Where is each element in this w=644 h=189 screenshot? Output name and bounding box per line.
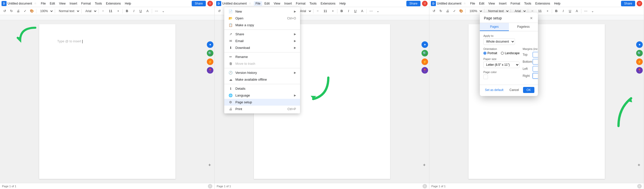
italic-button-3[interactable]: I	[560, 8, 566, 14]
expand-button-3[interactable]: ⌄	[589, 8, 596, 14]
more-button-3[interactable]: ⋯	[583, 8, 589, 14]
share-button-2[interactable]: Share	[406, 1, 420, 6]
menu-extensions-3[interactable]: Extensions	[534, 1, 552, 6]
scroll-indicator-3[interactable]: ≡	[637, 184, 642, 188]
fm-item-rename[interactable]: ✏ Rename	[224, 53, 300, 60]
plus-button-3[interactable]: +	[636, 162, 642, 168]
tab-pages[interactable]: Pages	[480, 23, 509, 31]
apply-to-select[interactable]: Whole document	[483, 38, 515, 45]
spellcheck-button-3[interactable]: ✓	[451, 8, 457, 14]
dialog-close-button[interactable]: ✕	[529, 16, 534, 21]
menu-tools-3[interactable]: Tools	[523, 1, 533, 6]
side-icon-blue-3[interactable]: ✦	[636, 41, 643, 48]
expand-button-1[interactable]: ⌄	[160, 8, 166, 14]
menu-view-2[interactable]: View	[272, 1, 282, 6]
font-size-minus-2[interactable]: −	[315, 8, 321, 14]
zoom-select-1[interactable]: 100%	[38, 8, 54, 14]
scroll-indicator-2[interactable]: ≡	[423, 184, 427, 188]
italic-button-1[interactable]: I	[131, 8, 137, 14]
fm-item-details[interactable]: ℹ Details	[224, 85, 300, 92]
font-size-input-2[interactable]	[321, 9, 329, 13]
undo-button-2[interactable]: ↺	[216, 8, 222, 14]
undo-button-1[interactable]: ↺	[2, 8, 8, 14]
set-default-button[interactable]: Set as default	[483, 87, 505, 93]
landscape-option[interactable]: Landscape	[501, 51, 520, 55]
font-size-plus-2[interactable]: +	[330, 8, 336, 14]
avatar-3[interactable]: U	[637, 1, 642, 6]
side-icon-orange-1[interactable]: ⚡	[207, 58, 213, 65]
avatar-2[interactable]: U	[422, 1, 428, 6]
style-select-1[interactable]: Normal text	[56, 8, 80, 14]
portrait-option[interactable]: Portrait	[483, 51, 497, 55]
menu-format-1[interactable]: Format	[80, 1, 93, 6]
more-button-2[interactable]: ⋯	[368, 8, 374, 14]
doc-title-2[interactable]: Untitled document	[222, 2, 247, 5]
fm-item-open[interactable]: 📂 Open Ctrl+O	[224, 15, 300, 22]
menu-format-2[interactable]: Format	[294, 1, 307, 6]
fm-item-version[interactable]: 🕐 Version history ▶	[224, 69, 300, 76]
fm-item-offline[interactable]: ☁ Make available offline	[224, 76, 300, 83]
menu-file-3[interactable]: File	[468, 1, 477, 6]
cancel-button[interactable]: Cancel	[507, 87, 521, 93]
margin-right-input[interactable]	[533, 73, 538, 79]
scroll-indicator-1[interactable]: ≡	[208, 184, 212, 188]
side-icon-orange-3[interactable]: ⚡	[636, 58, 643, 65]
fm-item-language[interactable]: 🌐 Language ▶	[224, 92, 300, 99]
doc-page-1[interactable]: Type @ to insert	[39, 24, 176, 179]
fm-item-pagesetup[interactable]: ⚙ Page setup	[224, 99, 300, 106]
avatar-1[interactable]: U	[207, 1, 213, 6]
font-select-1[interactable]: Arial	[83, 8, 97, 14]
star-icon-3[interactable]: ☆	[463, 2, 466, 5]
doc-title-1[interactable]: Untitled document	[8, 2, 32, 5]
menu-view-1[interactable]: View	[57, 1, 67, 6]
print-button-3[interactable]: 🖨	[444, 8, 451, 14]
font-size-plus-1[interactable]: +	[115, 8, 121, 14]
spellcheck-button-1[interactable]: ✓	[22, 8, 28, 14]
fm-item-new[interactable]: 📄 New ▶	[224, 8, 300, 15]
side-icon-green-2[interactable]: 🔍	[422, 50, 428, 56]
redo-button-3[interactable]: ↻	[438, 8, 444, 14]
side-icon-purple-3[interactable]: 📍	[636, 67, 643, 74]
star-icon-2[interactable]: ☆	[249, 2, 251, 5]
side-icon-purple-2[interactable]: 📍	[422, 67, 428, 74]
menu-insert-3[interactable]: Insert	[497, 1, 508, 6]
print-button-1[interactable]: 🖨	[15, 8, 21, 14]
side-icon-purple-1[interactable]: 📍	[207, 67, 213, 74]
menu-extensions-1[interactable]: Extensions	[104, 1, 123, 6]
font-color-button-1[interactable]: A	[144, 8, 151, 14]
menu-help-2[interactable]: Help	[338, 1, 348, 6]
fm-item-download[interactable]: ⬇ Download ▶	[224, 44, 300, 51]
plus-button-1[interactable]: +	[207, 162, 212, 168]
underline-button-2[interactable]: U	[352, 8, 358, 14]
fm-item-print[interactable]: 🖨 Print Ctrl+P	[224, 106, 300, 112]
expand-button-2[interactable]: ⌄	[375, 8, 381, 14]
doc-title-3[interactable]: Untitled document	[437, 2, 461, 5]
underline-button-1[interactable]: U	[138, 8, 144, 14]
italic-button-2[interactable]: I	[345, 8, 352, 14]
ok-button[interactable]: OK	[523, 87, 534, 93]
page-color-swatch[interactable]	[483, 75, 488, 79]
menu-insert-2[interactable]: Insert	[283, 1, 294, 6]
menu-tools-2[interactable]: Tools	[308, 1, 318, 6]
menu-file-2[interactable]: File	[254, 1, 262, 6]
portrait-radio[interactable]	[483, 52, 486, 55]
menu-file-1[interactable]: File	[39, 1, 47, 6]
page-setup-dialog[interactable]: Page setup ✕ Pages Pageless Apply to Who…	[480, 13, 538, 96]
font-color-button-2[interactable]: A	[359, 8, 365, 14]
font-size-input-1[interactable]	[107, 9, 114, 13]
font-size-input-3[interactable]	[536, 9, 544, 13]
star-icon-1[interactable]: ☆	[34, 2, 37, 5]
fm-item-share[interactable]: ↗ Share ▶	[224, 31, 300, 38]
more-button-1[interactable]: ⋯	[153, 8, 159, 14]
menu-extensions-2[interactable]: Extensions	[319, 1, 337, 6]
landscape-radio[interactable]	[501, 52, 504, 55]
side-icon-green-1[interactable]: 🔍	[207, 50, 213, 56]
menu-help-1[interactable]: Help	[123, 1, 133, 6]
margin-bottom-input[interactable]	[533, 59, 538, 65]
paint-button-1[interactable]: 🎨	[29, 8, 35, 14]
side-icon-blue-1[interactable]: ✦	[207, 41, 213, 48]
redo-button-1[interactable]: ↻	[8, 8, 14, 14]
menu-edit-3[interactable]: Edit	[477, 1, 486, 6]
share-button-3[interactable]: Share	[621, 1, 635, 6]
bold-button-2[interactable]: B	[339, 8, 345, 14]
